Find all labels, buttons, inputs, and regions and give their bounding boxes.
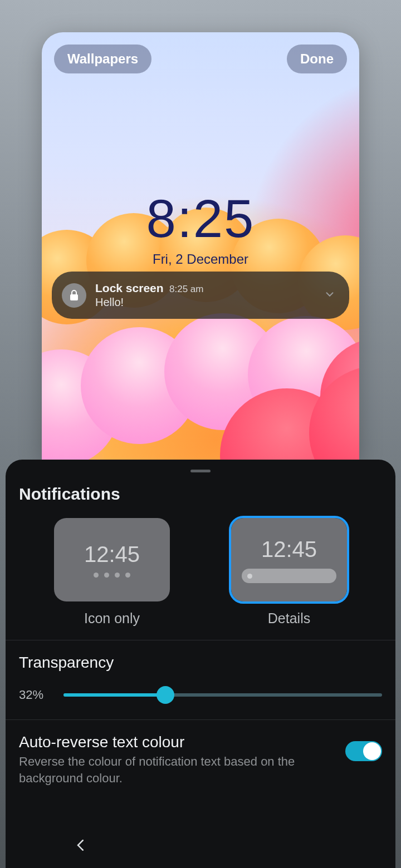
auto-reverse-title: Auto-reverse text colour — [19, 733, 334, 751]
clock-time: 8:25 — [42, 188, 359, 249]
option-preview-time: 12:45 — [261, 537, 317, 562]
divider — [6, 640, 395, 640]
divider — [6, 719, 395, 720]
notification-time: 8:25 am — [169, 284, 203, 294]
clock-date: Fri, 2 December — [42, 251, 359, 267]
transparency-section: Transparency 32% — [19, 654, 382, 706]
transparency-value: 32% — [19, 688, 52, 702]
lockscreen-preview: Wallpapers Done 8:25 Fri, 2 December Loc… — [42, 32, 359, 461]
drag-handle[interactable] — [190, 470, 211, 472]
notification-style-options: 12:45 Icon only 12:45 Details — [19, 518, 382, 627]
chevron-down-icon[interactable] — [324, 288, 336, 303]
auto-reverse-description: Reverse the colour of notification text … — [19, 753, 334, 786]
lock-icon — [62, 283, 86, 308]
option-icon-only[interactable]: 12:45 Icon only — [54, 518, 170, 627]
transparency-title: Transparency — [19, 654, 382, 672]
wallpapers-button[interactable]: Wallpapers — [54, 45, 151, 73]
panel-title: Notifications — [19, 485, 382, 504]
notification-body: Hello! — [95, 296, 315, 309]
option-label: Icon only — [54, 610, 170, 627]
option-preview-dots — [94, 573, 130, 578]
auto-reverse-section: Auto-reverse text colour Reverse the col… — [19, 733, 382, 786]
svg-rect-0 — [70, 294, 78, 300]
option-details[interactable]: 12:45 Details — [231, 518, 347, 627]
option-preview-bar — [242, 569, 336, 583]
notification-card[interactable]: Lock screen 8:25 am Hello! — [52, 272, 349, 319]
notifications-panel: Notifications 12:45 Icon only 12:45 Deta… — [6, 460, 395, 868]
notification-app-name: Lock screen — [95, 282, 164, 294]
transparency-slider[interactable] — [63, 684, 382, 706]
back-button[interactable] — [72, 837, 89, 854]
option-preview-time: 12:45 — [84, 542, 140, 567]
lockscreen-clock[interactable]: 8:25 Fri, 2 December — [42, 188, 359, 267]
done-button[interactable]: Done — [287, 45, 347, 73]
option-label: Details — [231, 610, 347, 627]
nav-bar — [6, 822, 395, 868]
auto-reverse-toggle[interactable] — [345, 741, 382, 761]
